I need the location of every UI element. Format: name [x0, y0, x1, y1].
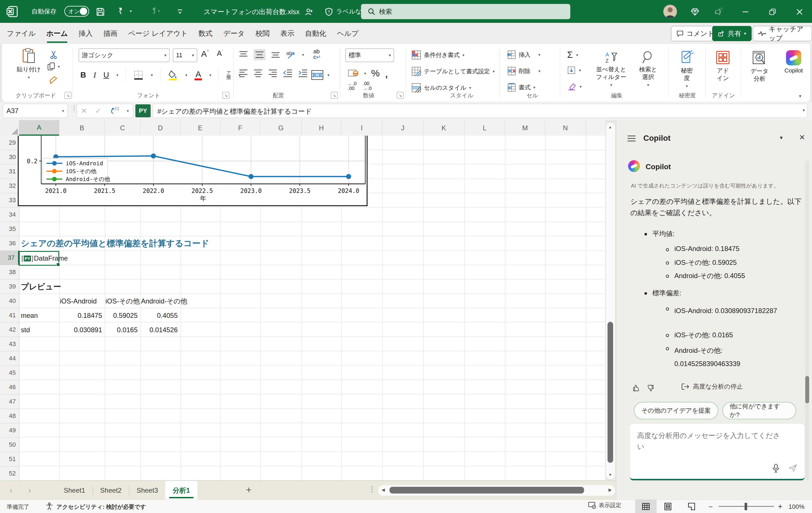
- addins-button[interactable]: アドイン: [710, 50, 736, 82]
- underline-button[interactable]: U: [104, 70, 109, 80]
- function-dropdown-icon[interactable]: ▾: [127, 109, 129, 113]
- pane-scrollbar-thumb[interactable]: [805, 376, 809, 403]
- accessibility-status[interactable]: アクセシビリティ: 検討が必要です: [56, 503, 146, 511]
- column-header-g[interactable]: G: [260, 120, 302, 136]
- table-header-2[interactable]: iOS-その他: [106, 294, 140, 308]
- row-header[interactable]: 43: [0, 337, 19, 351]
- row-header[interactable]: 34: [0, 207, 19, 222]
- send-icon[interactable]: [787, 462, 799, 474]
- row-header[interactable]: 35: [0, 222, 19, 236]
- table-row-label-mean[interactable]: mean: [21, 308, 38, 323]
- table-header-3[interactable]: Android-その他: [141, 294, 187, 308]
- insert-cells-button[interactable]: 挿入 ▾: [507, 50, 541, 59]
- sheet-prev-icon[interactable]: ‹: [9, 485, 12, 495]
- underline-dropdown-icon[interactable]: ▾: [116, 73, 118, 77]
- user-avatar[interactable]: [663, 5, 677, 18]
- document-title[interactable]: スマートフォンの出荷台数.xlsx: [204, 7, 299, 16]
- row-header[interactable]: 50: [0, 438, 19, 452]
- phonetic-guide-icon[interactable]: ア 亜: [226, 70, 231, 80]
- column-header-c[interactable]: C: [105, 120, 141, 136]
- selected-cell-a37[interactable]: [ PY ] DataFrame: [19, 251, 59, 266]
- tab-view[interactable]: 表示: [278, 23, 297, 44]
- row-header[interactable]: 48: [0, 409, 19, 423]
- sheet-tab-sheet3[interactable]: Sheet3: [129, 481, 165, 500]
- cut-icon[interactable]: [47, 49, 60, 60]
- row-header[interactable]: 42: [0, 323, 19, 337]
- column-header-f[interactable]: F: [220, 120, 260, 136]
- hscroll-thumb[interactable]: [389, 487, 584, 493]
- cell-a39-preview[interactable]: プレビュー: [21, 280, 61, 294]
- accessibility-icon[interactable]: [45, 502, 54, 511]
- row-header[interactable]: 32: [0, 179, 19, 193]
- increase-font-icon[interactable]: A^: [201, 49, 209, 59]
- std-value-3[interactable]: 0.014526: [141, 323, 178, 337]
- autosum-button[interactable]: Σ▾: [567, 50, 578, 60]
- save-icon[interactable]: [95, 6, 106, 18]
- find-select-button[interactable]: 検索と選択 ▾: [633, 51, 664, 87]
- fill-handle[interactable]: [56, 262, 60, 266]
- align-bottom-icon[interactable]: [271, 51, 280, 59]
- row-header[interactable]: 33: [0, 193, 19, 207]
- row-header[interactable]: 47: [0, 395, 19, 409]
- minimize-button[interactable]: [739, 6, 752, 18]
- close-button[interactable]: [793, 6, 806, 18]
- scroll-down-icon[interactable]: ▼: [608, 473, 612, 477]
- quick-access-customize-icon[interactable]: [176, 8, 183, 15]
- orientation-dropdown-icon[interactable]: ▾: [302, 53, 304, 57]
- sensitivity-button[interactable]: 秘密度 ▾: [674, 50, 700, 88]
- hscroll-right-icon[interactable]: ▶: [608, 487, 612, 492]
- font-color-icon[interactable]: A: [195, 70, 202, 80]
- view-page-layout-button[interactable]: [662, 502, 673, 512]
- pane-close-icon[interactable]: ✕: [799, 133, 805, 142]
- tab-data[interactable]: データ: [221, 23, 247, 44]
- stop-analysis-button[interactable]: 高度な分析の停止: [681, 382, 743, 391]
- alignment-dialog-launcher[interactable]: ↘: [331, 92, 338, 99]
- formula-text[interactable]: #シェアの差の平均値と標準偏差を計算するコード: [157, 107, 312, 116]
- row-header[interactable]: 40: [0, 294, 19, 308]
- premium-diamond-icon[interactable]: [689, 6, 701, 18]
- undo-dropdown-icon[interactable]: ▾: [130, 9, 132, 13]
- copilot-ribbon-button[interactable]: Copilot: [778, 50, 809, 74]
- column-header-i[interactable]: I: [341, 120, 382, 136]
- column-header-m[interactable]: M: [505, 120, 545, 136]
- suggestion-chip-1[interactable]: その他のアイデアを提案: [634, 402, 718, 419]
- hscroll-left-icon[interactable]: ◀: [382, 487, 385, 492]
- tab-automate[interactable]: 自動化: [303, 23, 328, 44]
- thumbs-down-icon[interactable]: [645, 383, 655, 393]
- zoom-out-button[interactable]: −: [708, 503, 713, 511]
- row-header[interactable]: 51: [0, 452, 19, 466]
- select-all-corner[interactable]: [0, 120, 19, 136]
- cancel-icon[interactable]: ✕: [81, 107, 87, 115]
- row-header[interactable]: 44: [0, 351, 19, 366]
- borders-icon[interactable]: [134, 70, 144, 80]
- sensitivity-shield-icon[interactable]: ?: [324, 7, 334, 17]
- accounting-format-icon[interactable]: [348, 69, 359, 78]
- row-header[interactable]: 38: [0, 265, 19, 280]
- fill-color-icon[interactable]: [168, 70, 178, 80]
- delete-cells-button[interactable]: 削除 ▾: [507, 66, 541, 76]
- decrease-indent-icon[interactable]: [283, 69, 292, 77]
- horizontal-scrollbar[interactable]: ◀ ▶: [378, 485, 615, 496]
- increase-indent-icon[interactable]: [298, 69, 308, 77]
- person-add-icon[interactable]: [304, 7, 314, 17]
- row-header[interactable]: 49: [0, 423, 19, 438]
- std-value-1[interactable]: 0.030891: [59, 323, 102, 337]
- column-header-j[interactable]: J: [382, 120, 423, 136]
- fill-button[interactable]: ▾: [567, 66, 581, 75]
- merge-center-button[interactable]: ▾: [311, 70, 329, 80]
- italic-button[interactable]: I: [93, 70, 96, 80]
- increase-decimal-icon[interactable]: ←.0.00: [348, 81, 356, 91]
- tab-page-layout[interactable]: ページ レイアウト: [126, 23, 190, 44]
- share-diff-line-chart[interactable]: 0.2 iOS-Android iOS-その他 Android-その他: [18, 136, 368, 206]
- zoom-slider-thumb[interactable]: [745, 503, 747, 510]
- name-box[interactable]: A37 ▾: [3, 104, 68, 118]
- python-function-icon[interactable]: []: [109, 107, 119, 115]
- column-header-h[interactable]: H: [302, 120, 341, 136]
- sheet-tab-analysis1[interactable]: 分析1: [165, 481, 197, 500]
- sort-filter-button[interactable]: AZ 並べ替えとフィルター ▾: [591, 51, 631, 87]
- table-header-1[interactable]: iOS-Android: [60, 294, 104, 308]
- share-button[interactable]: 共有 ▾: [712, 26, 752, 41]
- tab-help[interactable]: ヘルプ: [335, 23, 361, 44]
- tab-file[interactable]: ファイル: [4, 23, 38, 44]
- clear-button[interactable]: ▾: [567, 82, 582, 91]
